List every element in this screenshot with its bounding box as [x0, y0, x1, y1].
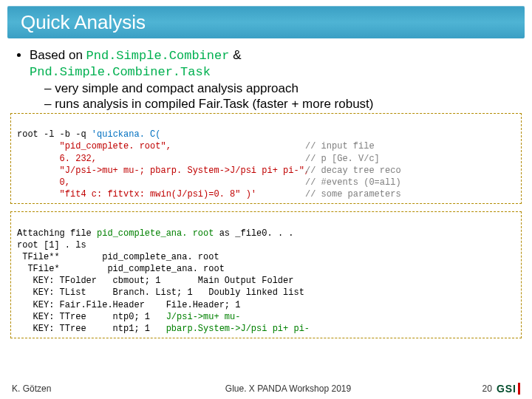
code-box-command: root -l -b -q 'quickana. C( "pid_complet… [10, 113, 522, 204]
sub-bullet-1: very simple and compact analysis approac… [44, 81, 516, 96]
bullet-main: Based on Pnd.Simple.Combiner & Pnd.Simpl… [30, 47, 516, 112]
footer-page: 20 GSI [417, 383, 520, 395]
footer-event: Glue. X PANDA Workshop 2019 [160, 383, 417, 394]
footer: K. Götzen Glue. X PANDA Workshop 2019 20… [0, 383, 532, 395]
class-name-2: Pnd.Simple.Combiner.Task [30, 65, 211, 79]
footer-author: K. Götzen [12, 383, 160, 394]
title-bar: Quick Analysis [7, 6, 525, 38]
content-area: Based on Pnd.Simple.Combiner & Pnd.Simpl… [0, 41, 532, 112]
class-name-1: Pnd.Simple.Combiner [86, 49, 230, 63]
code-box-output: Attaching file pid_complete_ana. root as… [10, 211, 522, 338]
sub-bullet-2: runs analysis in compiled Fair.Task (fas… [44, 96, 516, 112]
gsi-logo: GSI [497, 383, 520, 395]
slide-title: Quick Analysis [21, 11, 146, 34]
